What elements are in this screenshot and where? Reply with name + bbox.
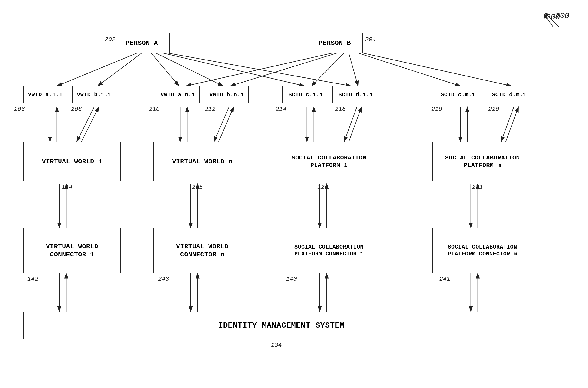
scpm-box: SOCIAL COLLABORATION PLATFORM m [432, 142, 532, 181]
ref-140: 140 [286, 275, 297, 282]
ref-206: 206 [14, 106, 25, 113]
svg-line-11 [230, 53, 337, 86]
figure-arrow-icon [540, 8, 564, 29]
scpcm-box: SOCIAL COLLABORATION PLATFORM CONNECTOR … [432, 228, 532, 273]
svg-line-15 [363, 53, 512, 86]
ims-box: IDENTITY MANAGEMENT SYSTEM [23, 312, 539, 340]
ref-218: 218 [431, 106, 442, 113]
virtual-world-n-box: VIRTUAL WORLD n [153, 142, 251, 181]
svg-line-4 [57, 53, 137, 86]
diagram: 200 [0, 0, 588, 388]
ref-208: 208 [71, 106, 82, 113]
virtual-world-1-box: VIRTUAL WORLD 1 [23, 142, 121, 181]
svg-line-23 [219, 107, 234, 142]
svg-line-30 [501, 107, 514, 142]
ref-243: 243 [158, 275, 169, 282]
svg-line-13 [349, 53, 358, 86]
svg-line-27 [349, 107, 362, 142]
ref-212: 212 [205, 106, 216, 113]
vwid-a11-box: VWID a.1.1 [23, 86, 67, 103]
person-b-box: PERSON B [307, 33, 363, 53]
svg-line-26 [344, 107, 357, 142]
svg-line-9 [167, 53, 351, 86]
ref-220: 220 [488, 106, 499, 113]
ref-215: 215 [192, 184, 203, 191]
ref-142: 142 [27, 275, 38, 282]
ref-114: 114 [62, 184, 73, 191]
svg-line-31 [506, 107, 518, 142]
vwid-bn1-box: VWID b.n.1 [205, 86, 249, 103]
svg-line-7 [156, 53, 223, 86]
vwcn-box: VIRTUAL WORLD CONNECTOR n [153, 228, 251, 273]
vwc1-box: VIRTUAL WORLD CONNECTOR 1 [23, 228, 121, 273]
svg-line-12 [312, 53, 344, 86]
svg-line-8 [163, 53, 305, 86]
ref-210: 210 [149, 106, 160, 113]
svg-line-19 [81, 107, 99, 142]
scid-d11-box: SCID d.1.1 [332, 86, 379, 103]
person-a-box: PERSON A [114, 33, 170, 53]
ref-216: 216 [335, 106, 346, 113]
svg-line-14 [358, 53, 460, 86]
svg-line-22 [214, 107, 229, 142]
vwid-b11-box: VWID b.1.1 [72, 86, 116, 103]
scid-c11-box: SCID c.1.1 [282, 86, 329, 103]
ref-202: 202 [105, 36, 116, 43]
scid-dm1-box: SCID d.m.1 [486, 86, 532, 103]
ref-120: 120 [317, 184, 328, 191]
vwid-an1-box: VWID a.n.1 [156, 86, 200, 103]
scid-cm1-box: SCID c.m.1 [435, 86, 481, 103]
ref-204: 204 [365, 36, 376, 43]
ref-221: 221 [472, 184, 483, 191]
svg-line-10 [186, 53, 332, 86]
svg-line-6 [151, 53, 179, 86]
svg-line-5 [98, 53, 142, 86]
scpc1-box: SOCIAL COLLABORATION PLATFORM CONNECTOR … [279, 228, 379, 273]
ref-134: 134 [271, 342, 282, 349]
ref-241: 241 [440, 275, 450, 282]
scp1-box: SOCIAL COLLABORATION PLATFORM 1 [279, 142, 379, 181]
ref-214: 214 [275, 106, 286, 113]
